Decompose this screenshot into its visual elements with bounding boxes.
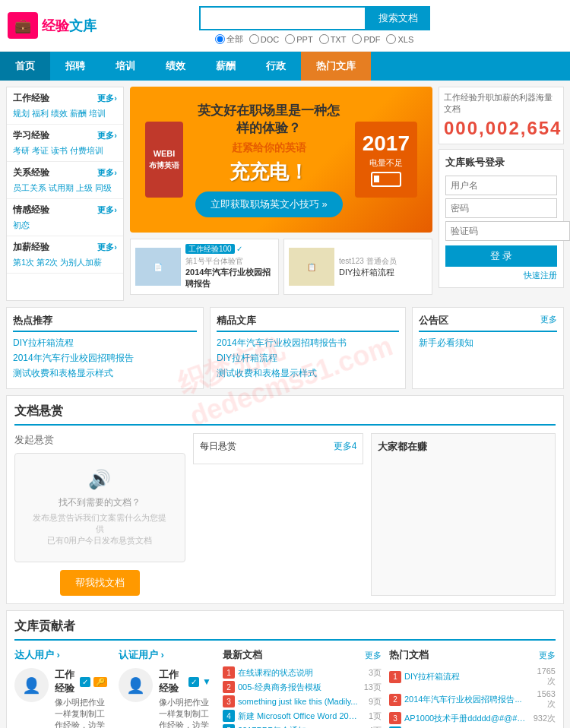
tag-others[interactable]: 为别人加薪 xyxy=(60,257,102,268)
jp-item-3[interactable]: 测试收费和表格显示样式 xyxy=(217,367,399,380)
search-input[interactable] xyxy=(199,6,366,30)
tag-kaoz[interactable]: 考证 xyxy=(32,145,49,157)
hot-docs-more[interactable]: 更多 xyxy=(539,650,556,661)
reward-upload-text: 找不到需要的文档？ xyxy=(30,496,169,509)
new-doc-link[interactable]: 005-经典商务报告模板 xyxy=(238,682,359,693)
tag-jixiao[interactable]: 绩效 xyxy=(51,108,68,119)
new-doc-link[interactable]: 2017PPP年会通知 xyxy=(238,725,359,729)
option-all[interactable]: 全部 xyxy=(215,33,243,45)
search-button[interactable]: 搜索文档 xyxy=(366,6,430,30)
username-input[interactable] xyxy=(445,176,557,195)
sidebar-study-tags: 考研 考证 读书 付费培训 xyxy=(13,145,117,157)
tag-fuli[interactable]: 福利 xyxy=(32,108,49,119)
sidebar-study-more[interactable]: 更多› xyxy=(97,130,117,141)
jp-item-1[interactable]: 2014年汽车行业校园招聘报告书 xyxy=(217,337,399,350)
reward-find-button[interactable]: 帮我找文档 xyxy=(60,570,140,596)
nav-zhaopin[interactable]: 招聘 xyxy=(50,52,100,81)
tag-tongji[interactable]: 同级 xyxy=(95,182,112,194)
sidebar-emotion-more[interactable]: 更多› xyxy=(97,204,117,216)
sidebar-work-more[interactable]: 更多› xyxy=(97,93,117,104)
ren-col-title[interactable]: 认证用户 › xyxy=(119,648,211,662)
banner-btn[interactable]: 立即获取职场英文小技巧 » xyxy=(195,191,343,217)
new-doc-link[interactable]: something just like this (Madily... xyxy=(238,697,359,706)
card-thumb-1: 📄 xyxy=(135,248,181,286)
nav-home[interactable]: 首页 xyxy=(0,52,50,81)
ren-name: 工作经验 xyxy=(159,668,185,695)
da-name: 工作经验 xyxy=(55,668,77,695)
tag-peixun[interactable]: 培训 xyxy=(89,108,106,119)
hot-doc-item: 3AP1000技术手册ddddd@#@#@...932次 xyxy=(389,712,556,724)
tag-fupei[interactable]: 付费培训 xyxy=(70,145,103,157)
tag-guihua[interactable]: 规划 xyxy=(13,108,30,119)
card-badge-1: 工作经验100 ✓ xyxy=(185,244,274,255)
da-col-title[interactable]: 达人用户 › xyxy=(14,648,107,662)
option-ppt[interactable]: PPT xyxy=(285,34,312,44)
nav-xingzheng[interactable]: 行政 xyxy=(251,52,301,81)
banner: WEBI 布博英语 英文好在职场里是一种怎样的体验？ 赶紧给你的英语 充充电！ … xyxy=(130,87,432,233)
reward-upload-desc2: 已有0用户今日发布悬赏文档 xyxy=(30,535,169,546)
hot-doc-link[interactable]: AP1000技术手册ddddd@#@#@... xyxy=(404,713,526,724)
nav-hot[interactable]: 热门文库 xyxy=(301,52,371,81)
rec-item-3[interactable]: 测试收费和表格显示样式 xyxy=(13,367,197,380)
nav-jixiao[interactable]: 绩效 xyxy=(150,52,201,81)
tag-second[interactable]: 第2次 xyxy=(36,257,58,268)
card-1[interactable]: 📄 工作经验100 ✓ 第1号平台体验官 2014年汽车行业校园招聘报告 xyxy=(130,239,279,295)
banner-year: 2017 xyxy=(363,133,410,154)
ren-desc: 像小明把作业一样复制制工作经验，边学边走... xyxy=(159,697,211,728)
reward-upload-desc: 发布悬赏告诉我们文案需什么为您提供 xyxy=(30,512,169,535)
new-doc-link[interactable]: 新建 Microsoft Office Word 200... xyxy=(238,711,359,722)
password-input[interactable] xyxy=(445,198,557,218)
tag-shiyong[interactable]: 试用期 xyxy=(49,182,74,194)
gonggao-more[interactable]: 更多 xyxy=(540,314,557,328)
rec-item-1[interactable]: DIY拉杆箱流程 xyxy=(13,337,197,350)
nav-xinchou[interactable]: 薪酬 xyxy=(201,52,251,81)
nav-peixun[interactable]: 培训 xyxy=(100,52,150,81)
hot-doc-link[interactable]: DIY拉杆箱流程 xyxy=(404,671,526,682)
bottom-row: 热点推荐 DIY拉杆箱流程 2014年汽车行业校园招聘报告 测试收费和表格显示样… xyxy=(0,307,570,395)
da-name-row: 工作经验 ✓ 🔑 xyxy=(55,668,107,695)
jp-item-2[interactable]: DIY拉杆箱流程 xyxy=(217,352,399,365)
tag-chulian[interactable]: 初恋 xyxy=(13,220,30,231)
gonggao-item-1[interactable]: 新手必看须知 xyxy=(419,337,557,350)
logo-text: 经验 xyxy=(42,17,69,35)
da-badge-gold: 🔑 xyxy=(93,677,107,687)
tag-dushu[interactable]: 读书 xyxy=(51,145,68,157)
rec-item-2[interactable]: 2014年汽车行业校园招聘报告 xyxy=(13,352,197,365)
tag-yuangong[interactable]: 员工关系 xyxy=(13,182,46,194)
register-link[interactable]: 快速注册 xyxy=(445,270,557,281)
da-user-col: 达人用户 › 👤 工作经验 ✓ 🔑 像小明把作业一样复制制工作经验，边学边走..… xyxy=(14,648,107,728)
reward-daily-more[interactable]: 更多4 xyxy=(334,440,357,453)
new-doc-item: 4新建 Microsoft Office Word 200...1页 xyxy=(223,710,382,722)
da-badge-v: ✓ xyxy=(80,677,90,687)
new-docs-more[interactable]: 更多 xyxy=(365,650,382,661)
hot-doc-item: 22014年汽车行业校园招聘报告...1563次 xyxy=(389,689,556,710)
sidebar-relation-more[interactable]: 更多› xyxy=(97,167,117,179)
da-avatar: 👤 xyxy=(14,668,49,702)
card-2[interactable]: 📋 test123 普通会员 DIY拉杆箱流程 xyxy=(283,239,432,295)
sidebar-salary-title: 加薪经验 更多› xyxy=(13,241,117,254)
reward-subtitle: 发起悬赏 xyxy=(14,433,185,447)
login-button[interactable]: 登 录 xyxy=(445,245,557,267)
contrib-row: 达人用户 › 👤 工作经验 ✓ 🔑 像小明把作业一样复制制工作经验，边学边走..… xyxy=(14,648,556,728)
option-txt[interactable]: TXT xyxy=(319,34,347,44)
docs-area: 最新文档 更多 1在线课程的状态说明3页2005-经典商务报告模板13页3som… xyxy=(223,648,556,728)
option-doc[interactable]: DOC xyxy=(249,34,279,44)
tag-first[interactable]: 第1次 xyxy=(13,257,34,268)
sidebar-work-tags: 规划 福利 绩效 薪酬 培训 xyxy=(13,108,117,119)
card-info-2: test123 普通会员 DIY拉杆箱流程 xyxy=(339,256,397,278)
hot-doc-link[interactable]: 2014年汽车行业校园招聘报告... xyxy=(404,694,526,705)
sidebar-work: 工作经验 更多› 规划 福利 绩效 薪酬 培训 xyxy=(7,87,123,125)
hot-doc-item: 1DIY拉杆箱流程1765次 xyxy=(389,666,556,687)
ren-badge-v: ✓ xyxy=(188,677,199,687)
reward-left: 发起悬赏 🔊 找不到需要的文档？ 发布悬赏告诉我们文案需什么为您提供 已有0用户… xyxy=(14,433,185,596)
tag-shangji[interactable]: 上级 xyxy=(76,182,93,194)
captcha-input[interactable] xyxy=(445,221,570,241)
hot-docs-title: 热门文档 更多 xyxy=(389,648,556,662)
people-title: 大家都在赚 xyxy=(378,440,549,454)
new-doc-link[interactable]: 在线课程的状态说明 xyxy=(238,667,359,679)
option-xls[interactable]: XLS xyxy=(386,34,413,44)
tag-kaoyan[interactable]: 考研 xyxy=(13,145,30,157)
tag-xinchou[interactable]: 薪酬 xyxy=(70,108,87,119)
sidebar-salary-more[interactable]: 更多› xyxy=(97,242,117,253)
option-pdf[interactable]: PDF xyxy=(352,34,380,44)
